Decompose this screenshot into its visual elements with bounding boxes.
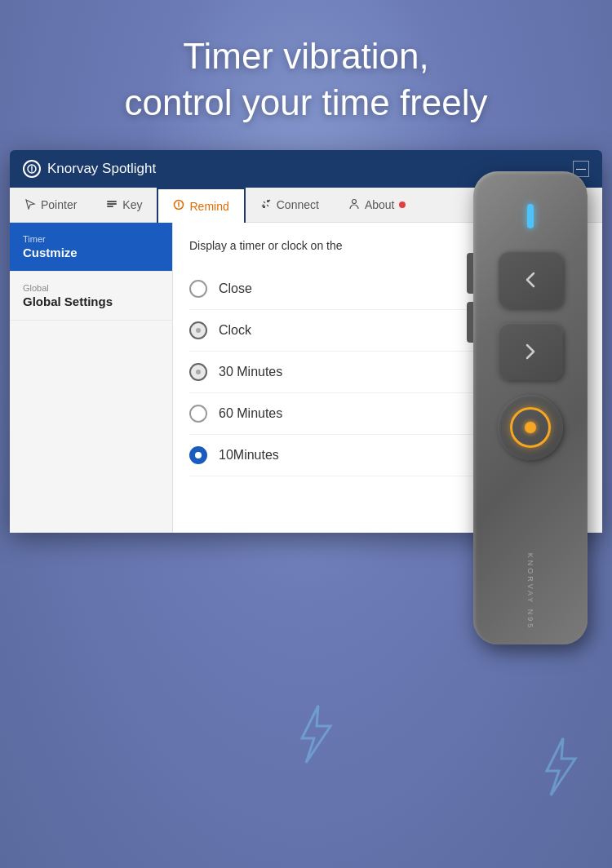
svg-point-8 — [352, 199, 356, 203]
svg-rect-7 — [267, 200, 269, 202]
app-title: Knorvay Spotlight — [47, 161, 156, 177]
radio-10min — [189, 446, 207, 464]
sidebar-global-sub: Global — [23, 283, 159, 293]
tab-connect-label: Connect — [277, 198, 319, 211]
orange-ring — [510, 407, 551, 448]
lightning-left — [294, 702, 335, 770]
hero-title: Timer vibration, control your time freel… — [0, 0, 612, 150]
sidebar-global-main: Global Settings — [23, 294, 159, 308]
connect-icon — [260, 198, 272, 212]
title-bar-left: Knorvay Spotlight — [23, 160, 156, 178]
remind-icon — [173, 199, 184, 213]
about-icon — [348, 198, 360, 212]
device-indicator — [527, 204, 534, 228]
svg-rect-1 — [107, 201, 117, 202]
back-button[interactable] — [498, 251, 563, 308]
svg-rect-2 — [107, 203, 117, 205]
forward-button[interactable] — [498, 323, 563, 380]
radio-60min — [189, 405, 207, 423]
radio-30min — [189, 363, 207, 381]
tab-key[interactable]: Key — [91, 188, 157, 222]
side-btn-bottom[interactable] — [467, 302, 473, 343]
option-clock-label: Clock — [219, 323, 251, 338]
about-badge — [399, 202, 406, 208]
tab-pointer-label: Pointer — [41, 198, 77, 211]
app-icon — [23, 160, 41, 178]
radio-close — [189, 280, 207, 298]
sidebar-timer-main: Custmize — [23, 246, 159, 259]
option-30min-label: 30 Minutes — [219, 365, 282, 379]
pointer-icon — [24, 198, 36, 212]
svg-rect-6 — [263, 206, 265, 208]
tab-about[interactable]: About — [334, 188, 421, 222]
svg-point-5 — [179, 206, 180, 207]
svg-rect-3 — [107, 206, 113, 207]
device-label: KNORVAY N95 — [526, 553, 534, 630]
sidebar-item-timer[interactable]: Timer Custmize — [10, 223, 172, 272]
sidebar-timer-sub: Timer — [23, 234, 159, 244]
sidebar-item-global[interactable]: Global Global Settings — [10, 272, 172, 321]
tab-key-label: Key — [122, 198, 142, 211]
key-icon — [106, 198, 118, 212]
radio-clock — [189, 321, 207, 339]
hero-title-text: Timer vibration, control your time freel… — [124, 36, 487, 122]
tab-remind-label: Remind — [189, 200, 228, 213]
tab-about-label: About — [365, 198, 395, 211]
device-container: KNORVAY N95 — [457, 171, 604, 644]
option-10min-label: 10Minutes — [219, 448, 279, 463]
tab-pointer[interactable]: Pointer — [10, 188, 91, 222]
side-btn-top[interactable] — [467, 253, 473, 294]
sidebar: Timer Custmize Global Global Settings — [10, 223, 173, 533]
option-close-label: Close — [219, 281, 252, 296]
orange-dot — [525, 422, 536, 433]
tab-connect[interactable]: Connect — [246, 188, 334, 222]
circle-button[interactable] — [498, 395, 563, 460]
remote-device: KNORVAY N95 — [473, 171, 588, 644]
tab-remind[interactable]: Remind — [157, 188, 245, 223]
lightning-right — [539, 734, 579, 803]
option-60min-label: 60 Minutes — [219, 406, 282, 421]
